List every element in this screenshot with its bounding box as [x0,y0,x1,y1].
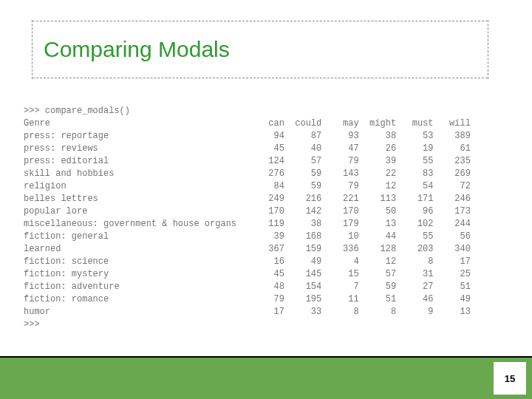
page-number-box: 15 [494,362,526,395]
slide-title: Comparing Modals [44,37,230,62]
footer-bar: 15 [0,356,532,399]
page-number: 15 [505,373,515,384]
slide: Comparing Modals >>> compare_modals() Ge… [0,0,532,399]
code-output: >>> compare_modals() Genre can could may… [24,105,471,331]
title-box: Comparing Modals [33,21,488,78]
